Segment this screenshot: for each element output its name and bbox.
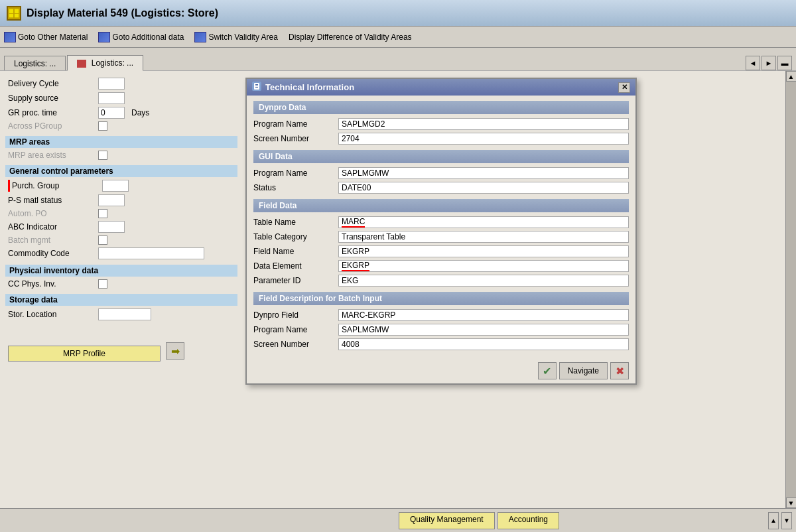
dynpro-field-value: MARC-EKGRP (338, 309, 629, 321)
table-name-label: Table Name (253, 218, 333, 227)
bottom-scroll-down[interactable]: ▼ (781, 512, 792, 529)
tab-prev-btn[interactable]: ◄ (746, 56, 760, 70)
bottom-bar: Quality Management Accounting ▲ ▼ (0, 508, 796, 532)
batch-program-label: Program Name (253, 325, 333, 334)
tab-2-label: Logistics: ... (92, 58, 133, 68)
gui-program-value: SAPLMGMW (338, 167, 629, 179)
tab-icon-2 (77, 60, 86, 68)
accounting-btn[interactable]: Accounting (498, 512, 559, 529)
tab-logistics-1[interactable]: Logistics: ... (4, 56, 66, 71)
table-category-row: Table Category Transparent Table (253, 231, 629, 243)
vertical-scrollbar: ▲ ▼ (785, 71, 796, 508)
batch-screen-value: 4008 (338, 338, 629, 350)
dialog-title-bar: Technical Information ✕ (247, 79, 635, 96)
main-area: Delivery Cycle Supply source GR proc. ti… (0, 70, 796, 508)
scroll-down-btn[interactable]: ▼ (786, 498, 797, 508)
page-title: Display Material 549 (Logistics: Store) (27, 7, 218, 19)
data-element-label: Data Element (253, 261, 333, 271)
field-name-value: EKGRP (338, 245, 629, 257)
gui-data-header: GUI Data (253, 150, 629, 163)
batch-input-header: Field Description for Batch Input (253, 292, 629, 305)
table-category-value: Transparent Table (338, 231, 629, 243)
display-difference-btn[interactable]: Display Difference of Validity Areas (289, 33, 412, 42)
svg-rect-1 (9, 9, 13, 13)
switch-validity-btn[interactable]: Switch Validity Area (194, 32, 278, 42)
quality-management-btn[interactable]: Quality Management (399, 512, 495, 529)
dialog-footer: ✔ Navigate ✖ (247, 358, 635, 383)
dynpro-screen-value: 2704 (338, 133, 629, 145)
table-name-value: MARC (338, 216, 629, 228)
tabs-row: Logistics: ... Logistics: ... ◄ ► ▬ (0, 48, 796, 70)
svg-rect-9 (255, 87, 258, 88)
goto-other-material-btn[interactable]: Goto Other Material (4, 32, 88, 42)
switch-validity-label: Switch Validity Area (208, 33, 278, 42)
display-difference-label: Display Difference of Validity Areas (289, 33, 412, 42)
dialog-title-icon (252, 82, 261, 93)
table-category-label: Table Category (253, 232, 333, 241)
dialog-close-btn[interactable]: ✕ (618, 82, 630, 93)
tab-menu-btn[interactable]: ▬ (777, 56, 792, 70)
gui-status-value: DATE00 (338, 182, 629, 194)
gui-program-label: Program Name (253, 168, 333, 178)
switch-validity-icon (194, 32, 206, 42)
batch-screen-label: Screen Number (253, 340, 333, 349)
dynpro-screen-label: Screen Number (253, 134, 333, 143)
scrollbar-track (786, 82, 797, 498)
svg-rect-2 (15, 9, 19, 13)
parameter-id-label: Parameter ID (253, 276, 333, 285)
data-element-value: EKGRP (338, 260, 629, 272)
svg-rect-7 (255, 84, 258, 85)
svg-rect-3 (9, 13, 13, 17)
field-name-label: Field Name (253, 247, 333, 256)
goto-additional-icon (98, 32, 110, 42)
dynpro-program-row: Program Name SAPLMGD2 (253, 118, 629, 130)
batch-program-row: Program Name SAPLMGMW (253, 324, 629, 336)
goto-additional-label: Goto Additional data (112, 33, 184, 42)
goto-additional-data-btn[interactable]: Goto Additional data (98, 32, 184, 42)
confirm-btn[interactable]: ✔ (538, 362, 557, 379)
tab-1-label: Logistics: ... (14, 59, 56, 68)
gui-status-row: Status DATE00 (253, 182, 629, 194)
dynpro-data-header: Dynpro Data (253, 101, 629, 114)
technical-info-dialog: Technical Information ✕ Dynpro Data Prog… (245, 78, 637, 385)
dynpro-field-label: Dynpro Field (253, 310, 333, 320)
dialog-overlay: Technical Information ✕ Dynpro Data Prog… (0, 71, 796, 508)
tab-next-btn[interactable]: ► (762, 56, 776, 70)
toolbar: Goto Other Material Goto Additional data… (0, 27, 796, 48)
goto-other-material-label: Goto Other Material (18, 33, 88, 42)
gui-status-label: Status (253, 183, 333, 192)
goto-other-material-icon (4, 32, 16, 42)
x-icon: ✖ (616, 365, 624, 377)
cancel-btn[interactable]: ✖ (610, 362, 629, 379)
batch-program-value: SAPLMGMW (338, 324, 629, 336)
field-data-header: Field Data (253, 199, 629, 212)
bottom-scroll-up[interactable]: ▲ (768, 512, 779, 529)
dialog-title-text: Technical Information (265, 82, 354, 92)
batch-screen-row: Screen Number 4008 (253, 338, 629, 350)
dynpro-field-row: Dynpro Field MARC-EKGRP (253, 309, 629, 321)
tab-logistics-2[interactable]: Logistics: ... (67, 55, 143, 71)
parameter-id-value: EKG (338, 275, 629, 287)
gui-program-row: Program Name SAPLMGMW (253, 167, 629, 179)
dynpro-program-label: Program Name (253, 119, 333, 129)
field-name-row: Field Name EKGRP (253, 245, 629, 257)
svg-rect-8 (255, 86, 258, 86)
title-bar: Display Material 549 (Logistics: Store) (0, 0, 796, 27)
scroll-up-btn[interactable]: ▲ (786, 71, 797, 82)
data-element-row: Data Element EKGRP (253, 260, 629, 272)
navigate-btn[interactable]: Navigate (559, 362, 608, 379)
dynpro-screen-row: Screen Number 2704 (253, 133, 629, 145)
dialog-body: Dynpro Data Program Name SAPLMGD2 Screen… (247, 96, 635, 358)
check-icon: ✔ (543, 365, 551, 377)
parameter-id-row: Parameter ID EKG (253, 275, 629, 287)
svg-rect-4 (15, 13, 19, 17)
app-icon (7, 6, 21, 21)
dynpro-program-value: SAPLMGD2 (338, 118, 629, 130)
tab-navigation: ◄ ► ▬ (746, 56, 792, 70)
table-name-row: Table Name MARC (253, 216, 629, 228)
